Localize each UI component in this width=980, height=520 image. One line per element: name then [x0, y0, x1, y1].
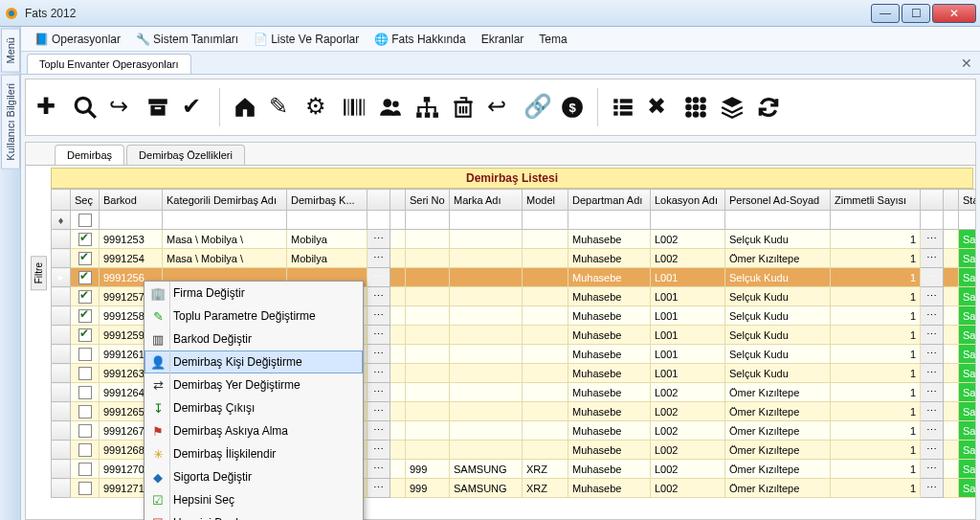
- col-serino[interactable]: Seri No: [406, 190, 450, 211]
- cell-lookup-button[interactable]: ⋯: [368, 230, 390, 249]
- cell-lookup-button[interactable]: ⋯: [921, 383, 944, 402]
- confirm-button[interactable]: ✔: [177, 87, 212, 127]
- row-checkbox[interactable]: [78, 328, 92, 342]
- cell-lookup-button[interactable]: ⋯: [368, 402, 390, 421]
- tab-demirbas-ozellikleri[interactable]: Demirbaş Özellikleri: [126, 145, 245, 165]
- tab-demirbas[interactable]: Demirbaş: [55, 145, 124, 165]
- context-menu-item[interactable]: ⇄Demirbaş Yer Değiştirme: [145, 373, 363, 396]
- filter-row[interactable]: ♦: [52, 211, 976, 230]
- filter-checkbox[interactable]: [78, 214, 92, 227]
- row-checkbox[interactable]: [78, 309, 92, 323]
- context-menu-item[interactable]: ▥Barkod Değiştir: [145, 328, 363, 350]
- context-menu-item[interactable]: ◆Sigorta Değiştir: [145, 465, 363, 488]
- sidebar-tab-user-info[interactable]: Kullanıcı Bilgileri: [1, 75, 20, 170]
- maximize-button[interactable]: ☐: [902, 4, 930, 23]
- add-button[interactable]: ✚: [32, 87, 66, 127]
- edit-button[interactable]: ✎: [264, 87, 299, 127]
- cell-lookup-button[interactable]: ⋯: [921, 441, 944, 460]
- row-checkbox[interactable]: [78, 233, 92, 246]
- context-menu-item[interactable]: 👤Demirbaş Kişi Değiştirme: [145, 350, 363, 373]
- table-row[interactable]: 9991254Masa \ Mobilya \Mobilya⋯MuhasebeL…: [52, 249, 976, 268]
- link-button[interactable]: 🔗: [519, 87, 553, 127]
- close-button[interactable]: ✕: [932, 4, 976, 23]
- context-menu-item[interactable]: ✳Demirbaş İlişkilendir: [145, 442, 363, 465]
- col-barkod[interactable]: Barkod: [100, 190, 163, 211]
- row-checkbox[interactable]: [78, 424, 92, 438]
- cell-lookup-button[interactable]: ⋯: [921, 364, 944, 383]
- layers-button[interactable]: [715, 87, 749, 127]
- settings-button[interactable]: ⚙: [301, 87, 335, 127]
- cell-lookup-button[interactable]: ⋯: [368, 460, 390, 479]
- sidebar-tab-menu[interactable]: Menü: [1, 29, 20, 73]
- context-menu-item[interactable]: ✎Toplu Parametre Değiştirme: [145, 305, 363, 328]
- filter-tab[interactable]: Filtre: [31, 256, 47, 290]
- cell-lookup-button[interactable]: ⋯: [921, 306, 944, 326]
- cell-lookup-button[interactable]: ⋯: [921, 402, 944, 421]
- row-checkbox[interactable]: [78, 463, 92, 476]
- remove-button[interactable]: ✖: [642, 87, 677, 127]
- context-menu-item[interactable]: ☒Hepsini Bırak: [145, 511, 363, 520]
- cell-lookup-button[interactable]: ⋯: [368, 441, 390, 460]
- table-row[interactable]: 9991253Masa \ Mobilya \Mobilya⋯MuhasebeL…: [52, 230, 976, 249]
- context-menu-item[interactable]: ⚑Demirbaş Askıya Alma: [145, 419, 363, 442]
- cell-lookup-button[interactable]: ⋯: [921, 421, 944, 441]
- forward-button[interactable]: ↪: [104, 87, 139, 127]
- row-checkbox[interactable]: [78, 252, 92, 265]
- cell-lookup-button[interactable]: ⋯: [921, 230, 944, 249]
- currency-button[interactable]: $: [555, 87, 590, 127]
- cell-lookup-button[interactable]: ⋯: [368, 479, 390, 498]
- cell-lookup-button[interactable]: ⋯: [368, 364, 390, 383]
- cell-lookup-button[interactable]: ⋯: [921, 249, 944, 268]
- menu-sistem-tanimlari[interactable]: 🔧Sistem Tanımları: [128, 30, 246, 49]
- col-kategori[interactable]: Kategorili Demirbaş Adı: [163, 190, 287, 211]
- barcode-button[interactable]: [337, 87, 371, 127]
- grid-view-button[interactable]: [679, 87, 713, 127]
- context-menu[interactable]: 🏢Firma Değiştir✎Toplu Parametre Değiştir…: [144, 281, 364, 520]
- context-menu-item[interactable]: ☑Hepsini Seç: [145, 488, 363, 511]
- menu-liste-ve-raporlar[interactable]: 📄Liste Ve Raporlar: [246, 30, 367, 49]
- row-checkbox[interactable]: [78, 386, 92, 399]
- col-personel[interactable]: Personel Ad-Soyad: [725, 190, 831, 211]
- context-menu-item[interactable]: ↧Demirbaş Çıkışı: [145, 396, 363, 419]
- cell-lookup-button[interactable]: ⋯: [921, 287, 944, 306]
- cell-lookup-button[interactable]: ⋯: [368, 326, 390, 345]
- cell-lookup-button[interactable]: ⋯: [368, 249, 390, 268]
- row-checkbox[interactable]: [78, 405, 92, 418]
- cell-lookup-button[interactable]: ⋯: [368, 268, 390, 287]
- cell-lookup-button[interactable]: ⋯: [921, 345, 944, 364]
- cell-lookup-button[interactable]: ⋯: [368, 421, 390, 441]
- undo-button[interactable]: ↩: [482, 87, 517, 127]
- list-view-button[interactable]: [606, 87, 640, 127]
- search-button[interactable]: [68, 87, 102, 127]
- col-marka[interactable]: Marka Adı: [450, 190, 523, 211]
- col-demirbas-k[interactable]: Demirbaş K...: [287, 190, 368, 211]
- menu-fats-hakkinda[interactable]: 🌐Fats Hakkında: [367, 30, 473, 49]
- cell-lookup-button[interactable]: ⋯: [921, 268, 944, 287]
- refresh-button[interactable]: [751, 87, 786, 127]
- row-checkbox[interactable]: [78, 271, 92, 284]
- row-checkbox[interactable]: [78, 367, 92, 380]
- menu-ekranlar[interactable]: Ekranlar: [474, 30, 532, 49]
- menu-tema[interactable]: Tema: [531, 30, 574, 49]
- col-statu[interactable]: Statü: [959, 190, 976, 211]
- col-model[interactable]: Model: [523, 190, 568, 211]
- cell-lookup-button[interactable]: ⋯: [368, 383, 390, 402]
- cell-lookup-button[interactable]: ⋯: [368, 345, 390, 364]
- delete-button[interactable]: [446, 87, 480, 127]
- row-checkbox[interactable]: [78, 443, 92, 457]
- col-departman[interactable]: Departman Adı: [568, 190, 651, 211]
- row-checkbox[interactable]: [78, 348, 92, 361]
- minimize-button[interactable]: —: [871, 4, 900, 23]
- tab-close-button[interactable]: ✕: [961, 56, 972, 71]
- row-checkbox[interactable]: [78, 290, 92, 304]
- row-checkbox[interactable]: [78, 482, 92, 495]
- cell-lookup-button[interactable]: ⋯: [368, 287, 390, 306]
- cell-lookup-button[interactable]: ⋯: [921, 479, 944, 498]
- col-sel[interactable]: Seç: [71, 190, 100, 211]
- home-button[interactable]: [228, 87, 262, 127]
- archive-button[interactable]: [141, 87, 175, 127]
- tab-toplu-envanter[interactable]: Toplu Envanter Operasyonları: [27, 54, 191, 74]
- menu-operasyonlar[interactable]: 📘Operasyonlar: [27, 30, 128, 49]
- cell-lookup-button[interactable]: ⋯: [368, 306, 390, 326]
- col-lokasyon[interactable]: Lokasyon Adı: [651, 190, 725, 211]
